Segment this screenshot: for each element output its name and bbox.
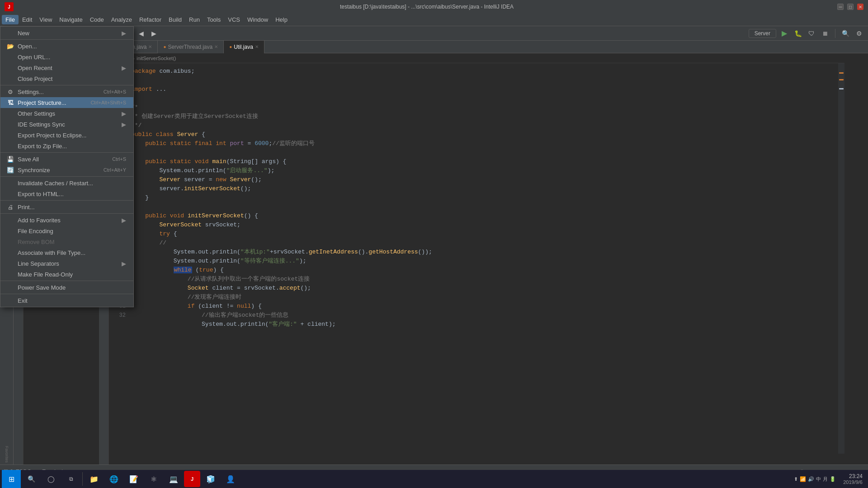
menu-project-structure[interactable]: 🏗 Project Structure... Ctrl+Alt+Shift+S <box>0 97 133 108</box>
code-line-comment3: */ <box>113 121 858 130</box>
stop-button[interactable]: ⏹ <box>820 28 830 39</box>
scroll-gutter[interactable] <box>838 63 844 454</box>
menu-remove-bom: Remove BOM <box>0 236 133 247</box>
editor-tabs: J BusStation.java ✕ ● ServerThread.java … <box>99 41 868 53</box>
menu-navigate[interactable]: Navigate <box>56 15 86 24</box>
menu-export-html-label: Export to HTML... <box>18 191 64 197</box>
menu-open-url[interactable]: Open URL... <box>0 52 133 62</box>
search-everywhere[interactable]: 🔍 <box>840 28 851 39</box>
menu-file-encoding[interactable]: File Encoding <box>0 225 133 236</box>
taskbar-app6[interactable]: 👤 <box>221 470 240 488</box>
tab-busstation-close[interactable]: ✕ <box>148 44 152 49</box>
tab-util-close[interactable]: ✕ <box>255 44 259 49</box>
taskbar-app5[interactable]: 🧊 <box>201 470 220 488</box>
taskbar-date: 2019/9/6 <box>843 479 863 485</box>
debug-button[interactable]: 🐛 <box>793 28 803 39</box>
taskbar-app2[interactable]: ⚛ <box>144 470 163 488</box>
menu-open-recent[interactable]: Open Recent ▶ <box>0 62 133 73</box>
menu-refactor[interactable]: Refactor <box>136 15 165 24</box>
taskbar-clock[interactable]: 23:24 2019/9/6 <box>840 473 866 485</box>
taskbar-taskview[interactable]: ⧉ <box>61 470 80 488</box>
menu-run[interactable]: Run <box>185 15 203 24</box>
menu-power-save[interactable]: Power Save Mode <box>0 282 133 293</box>
minimize-button[interactable]: ─ <box>837 4 844 10</box>
code-line-30: 30 //发现客户端连接时 <box>113 293 858 302</box>
menu-line-separators[interactable]: Line Separators ▶ <box>0 258 133 269</box>
code-line-25: 25 System.out.println("本机ip:"+srvSocket.… <box>113 248 858 257</box>
code-line-29: 29 Socket client = srvSocket.accept(); <box>113 284 858 293</box>
code-line-main: public static void main(String[] args) { <box>113 157 858 166</box>
menu-vcs[interactable]: VCS <box>224 15 244 24</box>
tab-serverthread[interactable]: ● ServerThread.java ✕ <box>158 41 224 53</box>
menu-print[interactable]: 🖨 Print... <box>0 202 133 212</box>
editor-area[interactable]: package com.aibus; import ... /* * 创建Ser… <box>113 63 858 454</box>
code-line-try: try { <box>113 230 858 239</box>
taskbar-cortana[interactable]: ◯ <box>42 470 61 488</box>
window-title: testaibus [D:\java\testaibus] - ...\src\… <box>16 4 837 10</box>
run-config-selector[interactable]: Server <box>749 29 776 38</box>
close-button[interactable]: ✕ <box>857 4 863 10</box>
menu-make-readonly-label: Make File Read-Only <box>18 271 73 278</box>
menu-synchronize[interactable]: 🔄 Synchronize Ctrl+Alt+Y <box>0 164 133 175</box>
taskbar-edge[interactable]: 🌐 <box>104 470 123 488</box>
menu-exit-label: Exit <box>18 297 28 304</box>
taskbar-fileexplorer[interactable]: 📁 <box>85 470 104 488</box>
menu-open[interactable]: 📂 Open... <box>0 41 133 52</box>
menu-build[interactable]: Build <box>165 15 185 24</box>
taskbar-time: 23:24 <box>849 473 863 479</box>
title-bar: J testaibus [D:\java\testaibus] - ...\sr… <box>0 0 868 14</box>
menu-analyze[interactable]: Analyze <box>108 15 136 24</box>
menu-file[interactable]: File <box>2 15 19 24</box>
menu-close-project[interactable]: Close Project <box>0 73 133 84</box>
settings-toolbar[interactable]: ⚙ <box>854 28 864 39</box>
menu-remove-bom-label: Remove BOM <box>18 239 55 245</box>
taskbar-app1[interactable]: 📝 <box>124 470 143 488</box>
tab-serverthread-close[interactable]: ✕ <box>214 44 218 49</box>
tab-util[interactable]: ● Util.java ✕ <box>224 41 264 53</box>
menu-bar: File Edit View Navigate Code Analyze Ref… <box>0 14 868 26</box>
menu-export-eclipse-label: Export Project to Eclipse... <box>18 132 86 139</box>
menu-export-zip[interactable]: Export to Zip File... <box>0 141 133 151</box>
menu-ide-settings-sync[interactable]: IDE Settings Sync ▶ <box>0 119 133 130</box>
menu-other-settings[interactable]: Other Settings ▶ <box>0 108 133 119</box>
toolbar-back[interactable]: ◀ <box>136 28 146 39</box>
coverage-button[interactable]: 🛡 <box>806 28 817 39</box>
taskbar-search[interactable]: 🔍 <box>22 470 41 488</box>
tray-icon-4: 中 <box>816 476 821 483</box>
separator-7 <box>0 281 133 281</box>
code-line-blank2 <box>113 94 858 103</box>
separator-3 <box>0 152 133 153</box>
breadcrumb-method[interactable]: initServerSocket() <box>137 56 176 61</box>
menu-add-favorites[interactable]: Add to Favorites ▶ <box>0 215 133 225</box>
file-menu-dropdown: New ▶ 📂 Open... Open URL... Open Recent … <box>0 26 134 307</box>
separator-5 <box>0 200 133 201</box>
menu-make-readonly[interactable]: Make File Read-Only <box>0 269 133 280</box>
sidebar-favorites[interactable]: Favorites <box>2 446 12 463</box>
run-button[interactable]: ▶ <box>779 28 790 39</box>
menu-ide-settings-sync-label: IDE Settings Sync <box>18 121 65 128</box>
menu-export-eclipse[interactable]: Export Project to Eclipse... <box>0 130 133 141</box>
menu-tools[interactable]: Tools <box>203 15 224 24</box>
taskbar-app3[interactable]: 💻 <box>164 470 183 488</box>
code-line-srvsocket: ServerSocket srvSocket; <box>113 221 858 230</box>
menu-save-all[interactable]: 💾 Save All Ctrl+S <box>0 154 133 164</box>
menu-new[interactable]: New ▶ <box>0 28 133 38</box>
menu-settings[interactable]: ⚙ Settings... Ctrl+Alt+S <box>0 86 133 97</box>
menu-view[interactable]: View <box>36 15 56 24</box>
menu-code[interactable]: Code <box>86 15 108 24</box>
menu-invalidate-caches[interactable]: Invalidate Caches / Restart... <box>0 178 133 188</box>
code-line-32: 32 //输出客户端socket的一些信息 <box>113 311 858 320</box>
menu-window[interactable]: Window <box>244 15 272 24</box>
menu-associate-file-type[interactable]: Associate with File Type... <box>0 247 133 258</box>
menu-export-html[interactable]: Export to HTML... <box>0 188 133 199</box>
toolbar-forward[interactable]: ▶ <box>148 28 159 39</box>
menu-save-all-label: Save All <box>18 156 39 163</box>
menu-edit[interactable]: Edit <box>19 15 36 24</box>
maximize-button[interactable]: □ <box>847 4 854 10</box>
menu-exit[interactable]: Exit <box>0 295 133 306</box>
menu-project-structure-label: Project Structure... <box>18 99 66 106</box>
menu-help[interactable]: Help <box>272 15 291 24</box>
taskbar-intellij[interactable]: J <box>184 471 200 487</box>
menu-associate-file-type-label: Associate with File Type... <box>18 249 85 256</box>
taskbar-start[interactable]: ⊞ <box>2 470 21 488</box>
